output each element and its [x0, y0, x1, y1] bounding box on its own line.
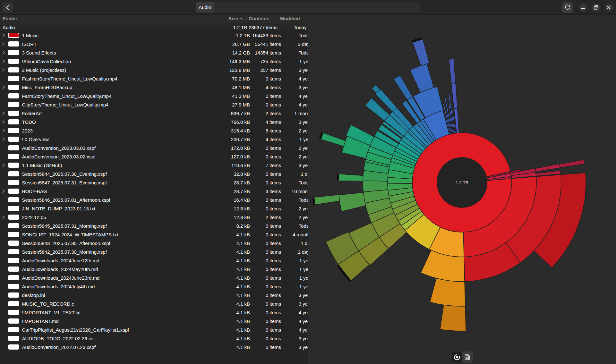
svg-text:1.2 TB: 1.2 TB — [456, 180, 468, 185]
